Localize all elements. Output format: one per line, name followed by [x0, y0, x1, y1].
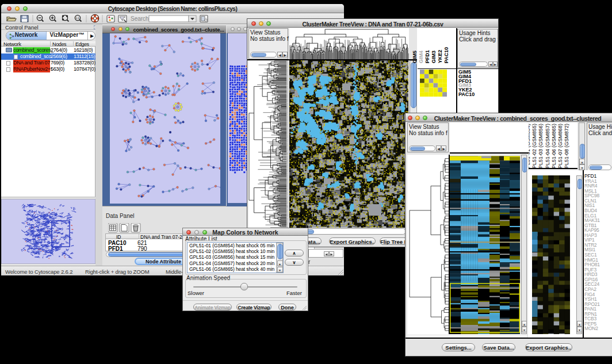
svg-text:1:1: 1:1 [76, 17, 80, 20]
svg-text:Search:: Search: [131, 16, 150, 22]
